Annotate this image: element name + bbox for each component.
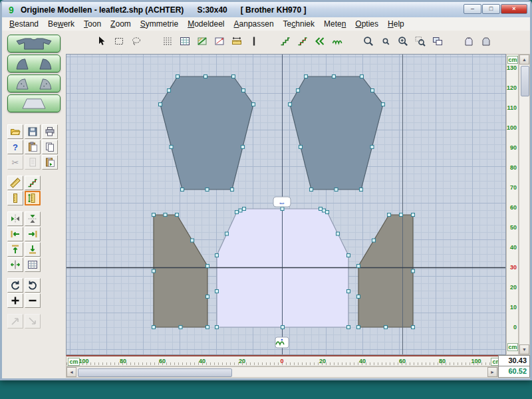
shape-node-handle[interactable]: [215, 326, 219, 329]
shape-node-handle[interactable]: [323, 209, 326, 212]
window-layout-button[interactable]: [430, 35, 445, 50]
zoom-in-button[interactable]: [395, 35, 410, 50]
select-sleeves-alt-piece-button[interactable]: [7, 74, 61, 92]
horizontal-scrollbar[interactable]: ◄ ►: [66, 366, 498, 378]
open-button[interactable]: [7, 124, 23, 139]
shape-node-handle[interactable]: [412, 269, 415, 273]
print-button[interactable]: [42, 124, 58, 139]
menu-meten[interactable]: Meten: [319, 18, 350, 30]
shape-node-handle[interactable]: [347, 254, 350, 257]
flip-vertical-button[interactable]: [25, 211, 41, 226]
select-hem-piece-button[interactable]: [7, 94, 61, 112]
width-marker[interactable]: ⇔: [273, 197, 291, 207]
flip-horizontal-button[interactable]: [7, 211, 23, 226]
shape-node-handle[interactable]: [206, 295, 209, 299]
shape-node-handle[interactable]: [347, 290, 350, 293]
shape-node-handle[interactable]: [281, 207, 284, 211]
shape-node-handle[interactable]: [242, 89, 245, 92]
shape-node-handle[interactable]: [281, 326, 285, 329]
shape-node-handle[interactable]: [235, 211, 239, 214]
shape-node-handle[interactable]: [176, 213, 179, 217]
shape-node-handle[interactable]: [239, 209, 242, 212]
piece-front-button[interactable]: [461, 35, 476, 50]
shape-node-handle[interactable]: [181, 188, 184, 192]
shape-node-handle[interactable]: [412, 326, 415, 329]
shape-node-handle[interactable]: [297, 89, 300, 92]
marquee-select-button[interactable]: [111, 35, 126, 50]
zoom-region-button[interactable]: [412, 35, 428, 50]
maximize-button[interactable]: □: [482, 4, 500, 14]
shape-node-handle[interactable]: [332, 75, 336, 78]
rotate-right-button[interactable]: [25, 278, 41, 293]
measure-steps-button[interactable]: [25, 176, 41, 190]
scroll-right-button[interactable]: ►: [487, 367, 497, 377]
piece-back-button[interactable]: [478, 35, 493, 50]
shape-node-handle[interactable]: [232, 75, 235, 78]
shape-node-handle[interactable]: [176, 75, 180, 78]
right-sleeve[interactable]: [290, 76, 383, 190]
vertical-scroll-thumb[interactable]: [521, 66, 529, 96]
select-sleeves-piece-button[interactable]: [7, 55, 61, 72]
rotate-left-button[interactable]: [7, 278, 23, 293]
shape-node-handle[interactable]: [334, 188, 338, 192]
shape-node-handle[interactable]: [191, 239, 194, 242]
shape-node-handle[interactable]: [371, 89, 374, 92]
help-button[interactable]: ?: [7, 140, 23, 154]
remove-node-button[interactable]: [25, 293, 41, 308]
shape-node-handle[interactable]: [159, 103, 162, 106]
pointer-tool-button[interactable]: [94, 35, 109, 50]
stepped-shaping-button[interactable]: [277, 35, 293, 50]
shape-node-handle[interactable]: [319, 207, 323, 211]
shape-node-handle[interactable]: [231, 188, 234, 192]
scroll-left-button[interactable]: ◄: [66, 367, 76, 377]
shape-node-handle[interactable]: [360, 75, 364, 78]
mirror-width-button[interactable]: [7, 257, 23, 272]
shape-node-handle[interactable]: [357, 295, 360, 299]
stepped-points-button[interactable]: [295, 35, 310, 50]
shape-node-handle[interactable]: [252, 103, 255, 106]
align-left-button[interactable]: [7, 227, 23, 241]
shape-node-handle[interactable]: [164, 213, 167, 217]
grid-dots-button[interactable]: [160, 35, 175, 50]
shape-node-handle[interactable]: [205, 188, 209, 192]
row-marker-button[interactable]: [246, 35, 261, 50]
shape-node-handle[interactable]: [206, 326, 209, 329]
shape-node-handle[interactable]: [215, 290, 219, 293]
menu-techniek[interactable]: Techniek: [279, 18, 319, 30]
shape-node-handle[interactable]: [152, 269, 156, 273]
add-node-button[interactable]: [7, 293, 23, 308]
shape-node-handle[interactable]: [152, 326, 156, 329]
shape-node-handle[interactable]: [370, 146, 374, 149]
menu-aanpassen[interactable]: Aanpassen: [229, 18, 279, 30]
shape-node-handle[interactable]: [215, 254, 219, 257]
shift-left-button[interactable]: [312, 35, 327, 50]
zoom-button[interactable]: [360, 35, 376, 50]
left-sleeve[interactable]: [160, 76, 253, 190]
shape-node-handle[interactable]: [299, 146, 303, 149]
measure-vertical-button[interactable]: [25, 191, 41, 205]
minimize-button[interactable]: –: [464, 4, 481, 14]
measure-width-button[interactable]: [229, 35, 244, 50]
shape-node-handle[interactable]: [372, 239, 376, 242]
close-button[interactable]: ×: [501, 4, 527, 14]
grid-table-button[interactable]: [177, 35, 192, 50]
insert-button[interactable]: [42, 155, 58, 170]
shape-node-handle[interactable]: [388, 213, 391, 217]
menu-opties[interactable]: Opties: [350, 18, 383, 30]
shape-node-handle[interactable]: [241, 146, 245, 149]
scroll-up-button[interactable]: ▲: [519, 55, 529, 65]
design-canvas[interactable]: ⇔: [66, 54, 506, 355]
horizontal-scroll-thumb[interactable]: [78, 368, 232, 377]
shape-node-handle[interactable]: [357, 326, 360, 329]
align-top-button[interactable]: [7, 242, 23, 257]
save-button[interactable]: [25, 124, 41, 139]
shape-node-handle[interactable]: [179, 326, 182, 329]
copy-button[interactable]: [42, 140, 58, 154]
shape-node-handle[interactable]: [310, 188, 313, 192]
shape-node-handle[interactable]: [336, 232, 340, 235]
shape-node-handle[interactable]: [225, 232, 229, 235]
shape-node-handle[interactable]: [243, 207, 246, 211]
shape-node-handle[interactable]: [400, 213, 403, 217]
shape-node-handle[interactable]: [326, 211, 329, 214]
shape-node-handle[interactable]: [305, 75, 308, 78]
